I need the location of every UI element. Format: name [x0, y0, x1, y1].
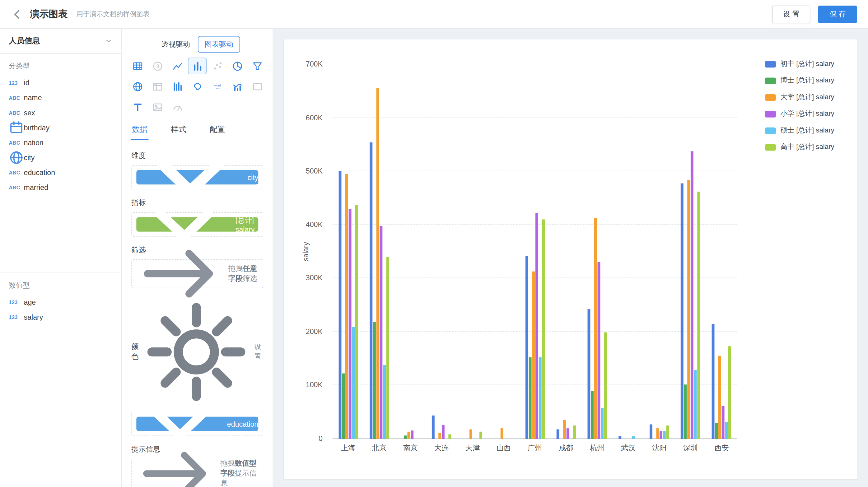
bar — [442, 425, 444, 439]
settings-button[interactable]: 设 置 — [772, 5, 810, 23]
chart-type-pivot-table[interactable] — [148, 78, 167, 95]
chart-type-parallel-bars[interactable] — [168, 78, 187, 95]
tab-style[interactable]: 样式 — [169, 120, 187, 140]
bar — [407, 432, 410, 439]
bar — [525, 256, 528, 439]
bar — [342, 374, 344, 439]
y-tick-label: 500K — [306, 167, 322, 176]
chart-type-scatter[interactable] — [208, 58, 227, 74]
filter-placeholder: 拖拽任意字段筛选 — [228, 264, 259, 284]
bar-group-inner — [494, 64, 513, 439]
tab-config[interactable]: 配置 — [209, 120, 226, 140]
tooltip-dropzone[interactable]: 拖拽数值型字段提示信息 — [131, 459, 263, 487]
combo-chart-icon — [232, 81, 243, 92]
scatter-icon — [212, 61, 222, 71]
field-item-salary[interactable]: 123salary — [0, 310, 121, 325]
y-tick-label: 700K — [306, 60, 322, 69]
field-item-birthday[interactable]: birthday — [0, 120, 121, 135]
chart-type-bar-chart[interactable] — [188, 58, 207, 74]
color-pill[interactable]: education — [136, 417, 258, 431]
bar — [659, 431, 662, 439]
chart-type-gauge[interactable] — [168, 99, 187, 115]
legend-item-5[interactable]: 高中 [总计] salary — [765, 142, 834, 152]
bar-group — [364, 64, 395, 439]
top-bar: 演示图表 用于演示文档的样例图表 设 置 保 存 — [0, 0, 868, 29]
bar-group — [613, 64, 644, 439]
bar — [604, 332, 607, 439]
field-item-city[interactable]: city — [0, 150, 121, 165]
field-name: birthday — [24, 124, 50, 132]
chart-type-combo-chart[interactable] — [228, 78, 247, 95]
field-item-nation[interactable]: ABCnation — [0, 135, 121, 150]
legend-label: 大学 [总计] salary — [780, 93, 834, 102]
bar-group-inner — [681, 64, 700, 439]
chart-type-funnel[interactable] — [248, 58, 267, 74]
legend-item-2[interactable]: 大学 [总计] salary — [765, 93, 834, 102]
number-type-icon: 123 — [9, 315, 24, 320]
y-tick-label: 300K — [306, 274, 322, 283]
save-button[interactable]: 保 存 — [818, 5, 857, 23]
bar — [619, 436, 621, 439]
bar-group — [426, 64, 457, 439]
bar-chart-icon — [192, 61, 203, 71]
field-item-sex[interactable]: ABCsex — [0, 105, 121, 120]
field-item-name[interactable]: ABCname — [0, 90, 121, 105]
legend-item-0[interactable]: 初中 [总计] salary — [765, 59, 834, 69]
text-type-icon: ABC — [9, 95, 24, 101]
bar — [348, 209, 351, 439]
legend-label: 高中 [总计] salary — [780, 142, 834, 152]
y-tick-label: 200K — [306, 327, 322, 336]
dice-icon: 8 — [152, 61, 163, 71]
chart-type-pie-chart[interactable] — [228, 58, 247, 74]
chart-type-text[interactable] — [128, 99, 147, 115]
chart-type-dice[interactable]: 8 — [148, 58, 167, 74]
bar-group — [644, 64, 675, 439]
bar — [538, 358, 541, 439]
table-icon — [132, 61, 143, 71]
x-axis-label: 南京 — [395, 443, 426, 453]
legend-item-1[interactable]: 博士 [总计] salary — [765, 76, 834, 85]
mode-tab-chart-driven[interactable]: 图表驱动 — [198, 36, 240, 53]
chart-type-table[interactable] — [128, 58, 147, 74]
field-name: education — [24, 168, 55, 177]
bar-group-inner — [650, 64, 669, 439]
chart-type-frame[interactable] — [248, 78, 267, 95]
bar — [573, 425, 576, 439]
numeric-field-list: 123age123salary — [0, 295, 121, 325]
chart-type-image[interactable] — [148, 99, 167, 115]
tab-data[interactable]: 数据 — [131, 120, 148, 140]
bar-group-inner — [525, 64, 545, 439]
bar — [698, 192, 700, 439]
legend-item-3[interactable]: 小学 [总计] salary — [765, 109, 834, 119]
mode-tab-pivot-driven[interactable]: 透视驱动 — [155, 36, 197, 53]
field-item-married[interactable]: ABCmarried — [0, 180, 121, 195]
legend-swatch — [765, 127, 776, 134]
line-chart-icon — [172, 61, 183, 71]
bar — [379, 226, 382, 439]
bar — [632, 436, 635, 439]
legend-item-4[interactable]: 硕士 [总计] salary — [765, 126, 834, 135]
pie-chart-icon — [232, 61, 243, 71]
chart-type-line-chart[interactable] — [168, 58, 187, 74]
bar — [715, 423, 718, 439]
chart-type-radar[interactable] — [128, 78, 147, 95]
y-tick-label: 0 — [318, 434, 322, 444]
back-button[interactable] — [11, 8, 23, 20]
dataset-selector[interactable]: 人员信息 — [0, 29, 121, 54]
bar — [722, 406, 724, 439]
field-item-age[interactable]: 123age — [0, 295, 121, 310]
bar — [535, 214, 538, 439]
dimension-pill-label: city — [247, 173, 258, 182]
chart-type-word-cloud[interactable]: wordcloud — [208, 78, 227, 95]
field-item-id[interactable]: 123id — [0, 75, 121, 90]
field-name: sex — [24, 108, 35, 117]
field-item-education[interactable]: ABCeducation — [0, 165, 121, 180]
bar — [532, 271, 534, 439]
bar — [355, 205, 358, 439]
legend-label: 小学 [总计] salary — [780, 109, 834, 119]
chart-type-china-map[interactable] — [188, 78, 207, 95]
x-axis-label: 杭州 — [582, 443, 613, 453]
bar-group — [457, 64, 488, 439]
legend-swatch — [765, 110, 776, 117]
filter-dropzone[interactable]: 拖拽任意字段筛选 — [131, 259, 263, 288]
